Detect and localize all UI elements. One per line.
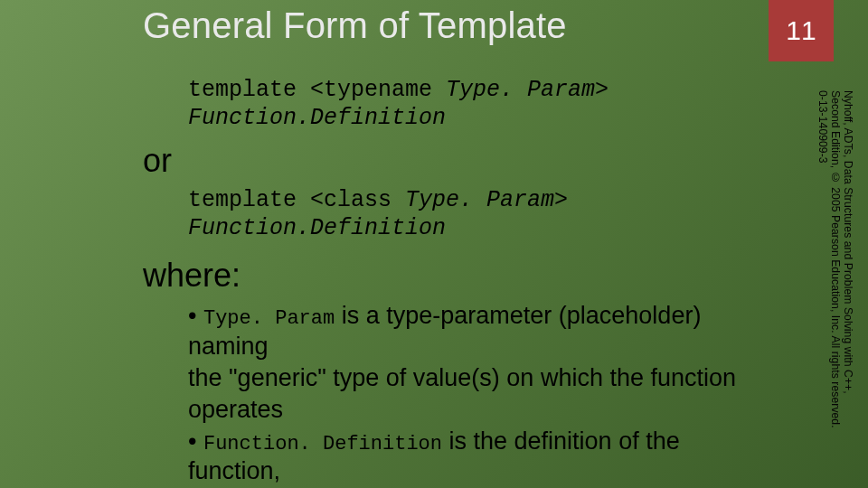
code-line: template <typename Type. Param> [188,76,769,104]
code-text: > [554,187,568,213]
code-param: Type. Param [405,187,554,213]
bullet-item: • Function. Definition is the definition… [188,427,769,487]
code-line: template <class Type. Param> [188,186,769,214]
slide-title: General Form of Template [143,5,567,46]
page-number: 11 [786,15,816,46]
slide: General Form of Template 11 template <ty… [0,0,868,488]
bullet-marker: • [188,302,203,329]
where-label: where: [143,255,769,296]
bullet-list: • Type. Param is a type-parameter (place… [188,301,769,488]
attribution-text: Nyhoff, ADTs, Data Structures and Proble… [817,90,854,434]
or-label: or [143,140,769,181]
bullet-item: • Type. Param is a type-parameter (place… [188,301,769,361]
code-block-1: template <typename Type. Param> Function… [188,76,769,133]
page-number-badge: 11 [769,0,834,61]
code-line: Function.Definition [188,104,769,132]
code-text: template <typename [188,77,446,103]
bullet-mono: Function. Definition [203,433,442,455]
code-param: Type. Param [446,77,595,103]
bullet-line: the "generic" type of value(s) on which … [188,363,769,393]
code-text: > [595,77,609,103]
bullet-mono: Type. Param [203,307,335,330]
code-line: Function.Definition [188,214,769,242]
bullet-line: operates [188,395,769,425]
slide-body: template <typename Type. Param> Function… [143,76,769,488]
bullet-marker: • [188,427,203,455]
code-block-2: template <class Type. Param> Function.De… [188,186,769,243]
code-text: template <class [188,187,405,213]
